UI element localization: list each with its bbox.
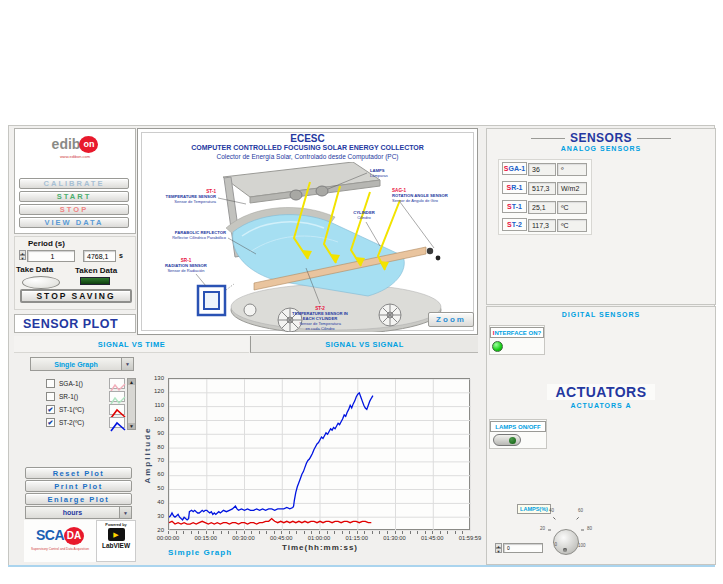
bottom-divider: [8, 565, 715, 567]
legend-checkbox-sga1[interactable]: [46, 379, 55, 388]
labview-icon: ▶: [108, 528, 125, 541]
legend-item-sga1: SGA-1(): [46, 378, 136, 389]
labview-logo: Powered by ▶ LabVIEW: [96, 520, 136, 562]
sensor-value-sr1: 517,3: [528, 182, 556, 195]
diagram-label-st1: ST-1 TEMPERATURE SENSOR Sensor de Temper…: [166, 189, 217, 204]
svg-text:Cilindro: Cilindro: [357, 215, 371, 220]
lamps-percent-input[interactable]: 0: [503, 543, 543, 553]
x-axis-title: Time(hh:mm:ss): [235, 543, 405, 552]
svg-text:Sensor de Ángulo de Giro: Sensor de Ángulo de Giro: [392, 198, 439, 203]
x-axis-minor-ticks: [168, 531, 470, 534]
start-button[interactable]: START: [19, 191, 129, 202]
lamps-onoff-toggle[interactable]: [493, 434, 521, 446]
edibon-logo-text: edib: [52, 136, 81, 152]
sensor-label-st2: ST-2: [502, 218, 527, 231]
sensor-unit-st1: ºC: [557, 201, 587, 214]
period-spinner[interactable]: ▲▼: [19, 250, 26, 260]
svg-text:Sensor de Radiación: Sensor de Radiación: [167, 268, 204, 273]
sensor-label-st1: ST-1: [502, 200, 527, 213]
solar-collector-diagram: LAMPS Lámparas ST-1 TEMPERATURE SENSOR S…: [138, 162, 477, 332]
print-plot-button[interactable]: Print Plot: [25, 480, 132, 492]
sensor-label-sga1: SGA-1: [502, 162, 527, 175]
svg-text:Reflector Cilíndrico Parabólic: Reflector Cilíndrico Parabólico: [172, 235, 227, 240]
diagram-label-cylinder: CYLINDER Cilindro: [353, 210, 374, 220]
chevron-down-icon: ▼: [119, 507, 131, 518]
take-data-label: Take Data: [16, 265, 53, 274]
knob-tick-60: 60: [578, 508, 592, 513]
radiation-sensor-icon: [198, 284, 234, 315]
sensor-label-sr1: SR-1: [502, 181, 527, 194]
calibrate-button[interactable]: CALIBRATE: [19, 178, 129, 189]
edibon-logo-circle: on: [79, 136, 98, 153]
period-input[interactable]: 1: [27, 250, 75, 262]
lamps-percent-spinner[interactable]: ▲▼: [495, 543, 502, 553]
legend-checkbox-st1[interactable]: [46, 405, 55, 414]
actuators-a-subtitle: ACTUATORS A: [486, 402, 716, 409]
digital-sensors-subtitle: DIGITAL SENSORS: [486, 311, 716, 318]
lamps-onoff-label-box: LAMPS ON/OFF: [490, 421, 546, 432]
sensor-value-sga1: 36: [528, 163, 556, 176]
legend-checkbox-sr1[interactable]: [46, 392, 55, 401]
time-unit-dropdown[interactable]: hours ▼: [25, 506, 132, 519]
legend-line-icon: [109, 404, 125, 415]
elapsed-time-display: 4768,1: [83, 250, 116, 262]
tab-signal-vs-signal[interactable]: SIGNAL VS SIGNAL: [250, 336, 478, 353]
chevron-down-icon: ▼: [121, 358, 133, 370]
legend-scrollbar[interactable]: ▲ ▼: [127, 378, 136, 430]
sensor-unit-sr1: W/m2: [557, 182, 587, 195]
analog-sensors-subtitle: ANALOG SENSORS: [486, 145, 716, 152]
legend-checkbox-st2[interactable]: [46, 418, 55, 427]
diagram-title: ECESC: [137, 133, 478, 144]
lamps-onoff-label: LAMPS ON/OFF: [495, 424, 540, 430]
scada-tagline: Supervisory Control and Data Acquisition: [24, 547, 96, 551]
taken-data-label: Taken Data: [75, 266, 117, 275]
lamp-icon: [316, 186, 328, 196]
y-axis-title: Amplitude: [143, 395, 152, 515]
zoom-button[interactable]: Zoom: [428, 312, 474, 327]
take-data-toggle[interactable]: [22, 276, 60, 289]
branding-area: SCADA Supervisory Control and Data Acqui…: [24, 520, 136, 562]
graph-mode-dropdown[interactable]: Single Graph ▼: [30, 357, 134, 371]
legend-item-st1: ST-1(ºC): [46, 404, 136, 415]
knob-tick-20: 20: [531, 526, 545, 531]
view-data-button[interactable]: VIEW DATA: [19, 217, 129, 228]
legend-item-st2: ST-2(ºC): [46, 417, 136, 428]
svg-text:en cada Cilindro: en cada Cilindro: [306, 326, 336, 331]
tab-signal-vs-time[interactable]: SIGNAL VS TIME: [14, 336, 249, 353]
sensor-unit-st2: ºC: [557, 219, 587, 232]
scada-app: edibon www.edibon.com CALIBRATE START ST…: [0, 0, 723, 584]
sensor-plot-header: SENSOR PLOT: [14, 314, 136, 333]
diagram-label-sag1: SAG-1 ROTATION ANGLE SENSOR Sensor de Án…: [392, 188, 448, 203]
knob-tick-80: 80: [587, 526, 601, 531]
stop-button[interactable]: STOP: [19, 204, 129, 215]
scroll-down-icon[interactable]: ▼: [128, 423, 135, 429]
taken-data-led: [80, 277, 110, 285]
chart-plot-area: [168, 378, 470, 530]
stop-saving-button[interactable]: STOP SAVING: [20, 289, 132, 303]
sensor-unit-sga1: º: [557, 163, 587, 176]
sensor-plot-title: SENSOR PLOT: [23, 317, 118, 331]
knob-tick-0: 0: [543, 542, 557, 547]
knob-tick-100: 100: [578, 543, 592, 548]
scroll-up-icon[interactable]: ▲: [128, 379, 135, 385]
actuators-title-row: ACTUATORS: [486, 383, 716, 401]
sensors-title-row: SENSORS: [486, 131, 716, 145]
sensors-title: SENSORS: [570, 131, 632, 145]
reset-plot-button[interactable]: Reset Plot: [25, 467, 132, 479]
diagram-label-sr1: SR-1 RADIATION SENSOR Sensor de Radiació…: [165, 258, 207, 273]
graph-mode-value: Single Graph: [31, 358, 121, 370]
sensor-value-st2: 117,3: [528, 219, 556, 232]
interface-on-led: [492, 341, 503, 352]
elapsed-time-unit: s: [119, 252, 123, 259]
legend-line-icon: [109, 417, 125, 428]
enlarge-plot-button[interactable]: Enlarge Plot: [25, 493, 132, 505]
edibon-url: www.edibon.com: [15, 154, 135, 159]
svg-text:Lámparas: Lámparas: [370, 173, 388, 178]
interface-on-label: INTERFACE ON?: [493, 330, 541, 336]
scada-logo: SCADA Supervisory Control and Data Acqui…: [24, 520, 96, 562]
interface-on-label-box: INTERFACE ON?: [490, 327, 544, 338]
legend-item-sr1: SR-1(): [46, 391, 136, 402]
diagram-label-reflector: PARABOLIC REFLECTOR Reflector Cilíndrico…: [172, 230, 227, 240]
svg-text:Sensor de Temperatura: Sensor de Temperatura: [174, 199, 217, 204]
sensor-value-st1: 25,1: [528, 201, 556, 214]
